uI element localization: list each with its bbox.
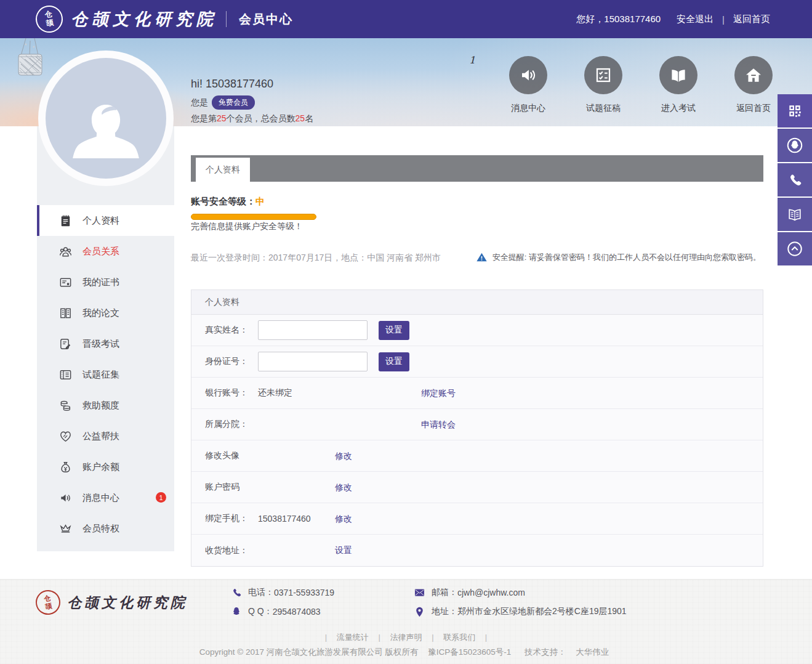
- sidebar-item-question-collection[interactable]: 试题征集: [37, 359, 174, 390]
- brand-name: 仓颉文化研究院: [71, 8, 217, 30]
- book-icon: [786, 206, 803, 223]
- phone-service-button[interactable]: [778, 163, 812, 196]
- book-circle[interactable]: [659, 56, 697, 94]
- bind-account-link[interactable]: 绑定账号: [421, 388, 456, 399]
- qq-service-button[interactable]: [778, 129, 812, 162]
- sidebar-item-label: 会员关系: [82, 246, 119, 257]
- certificate-icon: [58, 275, 73, 289]
- footer-email: 邮箱：cjwh@cjwhw.com: [414, 586, 627, 599]
- id-number-label: 身份证号：: [205, 356, 258, 367]
- security-warning-text: 安全提醒: 请妥善保管密码！我们的工作人员不会以任何理由向您索取密码。: [492, 252, 761, 263]
- sidebar-item-message-center[interactable]: 消息中心 1: [37, 482, 174, 513]
- bank-account-label: 银行账号：: [205, 387, 258, 399]
- sidebar-menu: 个人资料 会员关系 我的证书: [37, 205, 174, 544]
- back-to-top-button[interactable]: [778, 232, 812, 265]
- profile-panel: 个人资料 真实姓名： 设置 身份证号： 设置 银行账号： 还未绑定 绑定账号 所…: [191, 289, 763, 567]
- collection-icon: [58, 368, 73, 382]
- sidebar-item-label: 公益帮扶: [82, 431, 119, 442]
- sidebar-item-member-privileges[interactable]: 会员特权: [37, 513, 174, 544]
- sidebar-item-papers[interactable]: 我的论文: [37, 298, 174, 328]
- panel-title: 个人资料: [191, 290, 763, 315]
- location-pin-icon: [414, 606, 425, 618]
- sidebar-item-promotion-exam[interactable]: 晋级考试: [37, 328, 174, 359]
- exam-icon: [58, 337, 73, 351]
- stats-mid: 个会员，总会员数: [227, 113, 295, 123]
- sidebar-item-member-relations[interactable]: 会员关系: [37, 236, 174, 267]
- greeting-hi: hi! 15038177460: [191, 78, 313, 91]
- shipping-address-row: 收货地址： 设置: [191, 535, 763, 566]
- tab-profile[interactable]: 个人资料: [196, 158, 250, 182]
- footer-email-value: cjwh@cjwhw.com: [457, 588, 525, 597]
- header-greeting: 您好，15038177460: [576, 14, 661, 25]
- checklist-circle[interactable]: [584, 56, 622, 94]
- footer-qq-label: Q Q：: [248, 606, 273, 617]
- sidebar-item-aid-quota[interactable]: 救助额度: [37, 390, 174, 421]
- user-avatar[interactable]: [38, 51, 174, 186]
- footer-link-separator: |: [325, 633, 327, 642]
- qq-icon: [786, 136, 804, 155]
- brand[interactable]: 仓颉 仓颉文化研究院 会员中心: [36, 0, 293, 38]
- qrcode-icon: [787, 103, 803, 119]
- icp-number: 豫ICP备15023605号-1: [428, 647, 511, 657]
- member-total: 25: [295, 113, 305, 123]
- footer-link-legal[interactable]: 法律声明: [390, 633, 422, 642]
- sidebar-item-label: 试题征集: [82, 369, 119, 381]
- quick-action-exam-submission[interactable]: 试题征稿: [584, 56, 623, 114]
- footer-link-traffic[interactable]: 流量统计: [337, 633, 369, 642]
- real-name-row: 真实姓名： 设置: [191, 315, 763, 346]
- header-right: 您好，15038177460 安全退出 | 返回首页: [576, 0, 770, 38]
- portal-title: 会员中心: [239, 11, 293, 28]
- transfer-request-link[interactable]: 申请转会: [421, 419, 456, 431]
- phone-icon: [231, 587, 242, 598]
- security-level-line: 账号安全等级：中: [191, 196, 265, 208]
- seal-text: 仓颉: [44, 10, 55, 28]
- sidebar-item-label: 我的证书: [82, 277, 119, 288]
- arrow-up-circle-icon: [786, 240, 804, 258]
- sidebar-item-balance[interactable]: 账户余额: [37, 451, 174, 482]
- copyright-text: Copyright © 2017 河南仓颉文化旅游发展有限公司 版权所有: [199, 647, 419, 657]
- warning-triangle-icon: [476, 251, 488, 263]
- password-modify-link[interactable]: 修改: [335, 482, 352, 493]
- sidebar-item-label: 我的论文: [82, 307, 119, 319]
- branch-row: 所属分院： 申请转会: [191, 409, 763, 440]
- stats-prefix: 您是第: [191, 113, 217, 123]
- id-number-row: 身份证号： 设置: [191, 346, 763, 378]
- id-number-set-button[interactable]: 设置: [379, 352, 409, 371]
- float-toolbar: [778, 94, 812, 267]
- sidebar-item-label: 晋级考试: [82, 338, 119, 350]
- avatar-placeholder: [46, 58, 166, 179]
- bound-phone-value: 15038177460: [258, 514, 311, 524]
- real-name-input[interactable]: [258, 320, 368, 340]
- footer-link-contact[interactable]: 联系我们: [443, 633, 475, 642]
- stray-digit: 1: [469, 54, 475, 66]
- id-number-input[interactable]: [258, 352, 368, 371]
- footer-brand-name: 仓颉文化研究院: [67, 593, 188, 612]
- tab-bar: 个人资料: [191, 155, 763, 182]
- phone-modify-link[interactable]: 修改: [335, 514, 352, 525]
- person-silhouette-icon: [60, 86, 152, 179]
- qrcode-button[interactable]: [778, 94, 812, 128]
- quick-action-message-center[interactable]: 消息中心: [509, 56, 548, 114]
- home-circle[interactable]: [734, 56, 773, 94]
- quick-action-enter-exam[interactable]: 进入考试: [659, 56, 698, 114]
- footer-address: 地址：郑州市金水区绿地新都会2号楼C座19层1901: [414, 605, 627, 618]
- address-set-link[interactable]: 设置: [335, 545, 352, 556]
- sidebar-item-certificates[interactable]: 我的证书: [37, 267, 174, 298]
- footer-address-label: 地址：: [432, 606, 457, 617]
- home-link[interactable]: 返回首页: [733, 14, 770, 25]
- support-wrap: 技术支持： 大华伟业: [521, 647, 613, 657]
- message-circle[interactable]: [509, 56, 547, 94]
- footer-seal-text: 仓颉: [43, 594, 53, 611]
- footer-copyright: Copyright © 2017 河南仓颉文化旅游发展有限公司 版权所有 豫IC…: [0, 647, 812, 658]
- real-name-set-button[interactable]: 设置: [379, 321, 409, 340]
- footer-link-separator: |: [485, 633, 487, 642]
- sidebar-item-charity[interactable]: 公益帮扶: [37, 421, 174, 451]
- sidebar-item-profile[interactable]: 个人资料: [37, 205, 174, 236]
- quick-action-back-home[interactable]: 返回首页: [734, 56, 773, 114]
- quick-action-label: 返回首页: [734, 103, 773, 114]
- guide-book-button[interactable]: [778, 198, 812, 231]
- logout-link[interactable]: 安全退出: [677, 14, 714, 25]
- avatar-modify-link[interactable]: 修改: [335, 451, 352, 462]
- support-label: 技术支持：: [525, 647, 566, 657]
- security-progress-bar: [191, 214, 316, 220]
